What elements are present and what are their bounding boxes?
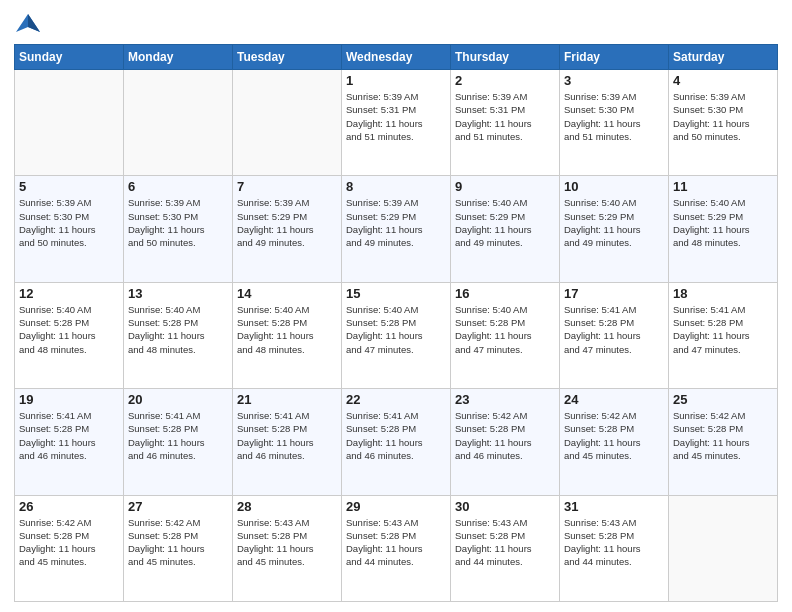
day-info: Sunrise: 5:39 AM Sunset: 5:29 PM Dayligh… [346,196,446,249]
day-info: Sunrise: 5:40 AM Sunset: 5:29 PM Dayligh… [673,196,773,249]
calendar-cell: 23Sunrise: 5:42 AM Sunset: 5:28 PM Dayli… [451,389,560,495]
weekday-header-tuesday: Tuesday [233,45,342,70]
calendar-cell: 13Sunrise: 5:40 AM Sunset: 5:28 PM Dayli… [124,282,233,388]
calendar-cell: 20Sunrise: 5:41 AM Sunset: 5:28 PM Dayli… [124,389,233,495]
calendar-cell: 6Sunrise: 5:39 AM Sunset: 5:30 PM Daylig… [124,176,233,282]
calendar-cell: 12Sunrise: 5:40 AM Sunset: 5:28 PM Dayli… [15,282,124,388]
svg-marker-1 [28,14,40,32]
day-number: 27 [128,499,228,514]
weekday-header-monday: Monday [124,45,233,70]
day-info: Sunrise: 5:40 AM Sunset: 5:29 PM Dayligh… [564,196,664,249]
day-info: Sunrise: 5:41 AM Sunset: 5:28 PM Dayligh… [128,409,228,462]
day-number: 5 [19,179,119,194]
calendar-cell: 9Sunrise: 5:40 AM Sunset: 5:29 PM Daylig… [451,176,560,282]
day-info: Sunrise: 5:43 AM Sunset: 5:28 PM Dayligh… [455,516,555,569]
weekday-header-friday: Friday [560,45,669,70]
day-info: Sunrise: 5:40 AM Sunset: 5:28 PM Dayligh… [128,303,228,356]
day-info: Sunrise: 5:39 AM Sunset: 5:29 PM Dayligh… [237,196,337,249]
calendar-table: SundayMondayTuesdayWednesdayThursdayFrid… [14,44,778,602]
calendar-cell: 1Sunrise: 5:39 AM Sunset: 5:31 PM Daylig… [342,70,451,176]
calendar-cell [124,70,233,176]
day-number: 2 [455,73,555,88]
calendar-cell: 18Sunrise: 5:41 AM Sunset: 5:28 PM Dayli… [669,282,778,388]
calendar-cell: 26Sunrise: 5:42 AM Sunset: 5:28 PM Dayli… [15,495,124,601]
day-number: 14 [237,286,337,301]
calendar-week-row: 19Sunrise: 5:41 AM Sunset: 5:28 PM Dayli… [15,389,778,495]
day-info: Sunrise: 5:43 AM Sunset: 5:28 PM Dayligh… [564,516,664,569]
day-number: 19 [19,392,119,407]
day-number: 4 [673,73,773,88]
logo [14,10,46,38]
day-number: 26 [19,499,119,514]
day-info: Sunrise: 5:40 AM Sunset: 5:28 PM Dayligh… [237,303,337,356]
day-info: Sunrise: 5:42 AM Sunset: 5:28 PM Dayligh… [564,409,664,462]
page: SundayMondayTuesdayWednesdayThursdayFrid… [0,0,792,612]
day-number: 7 [237,179,337,194]
calendar-cell: 10Sunrise: 5:40 AM Sunset: 5:29 PM Dayli… [560,176,669,282]
calendar-week-row: 5Sunrise: 5:39 AM Sunset: 5:30 PM Daylig… [15,176,778,282]
calendar-cell [669,495,778,601]
day-number: 18 [673,286,773,301]
day-info: Sunrise: 5:39 AM Sunset: 5:31 PM Dayligh… [455,90,555,143]
day-number: 8 [346,179,446,194]
calendar-cell [233,70,342,176]
day-info: Sunrise: 5:43 AM Sunset: 5:28 PM Dayligh… [237,516,337,569]
day-info: Sunrise: 5:42 AM Sunset: 5:28 PM Dayligh… [19,516,119,569]
day-info: Sunrise: 5:42 AM Sunset: 5:28 PM Dayligh… [128,516,228,569]
day-number: 31 [564,499,664,514]
day-number: 21 [237,392,337,407]
day-number: 11 [673,179,773,194]
calendar-cell: 4Sunrise: 5:39 AM Sunset: 5:30 PM Daylig… [669,70,778,176]
day-info: Sunrise: 5:40 AM Sunset: 5:28 PM Dayligh… [19,303,119,356]
day-number: 15 [346,286,446,301]
calendar-cell: 17Sunrise: 5:41 AM Sunset: 5:28 PM Dayli… [560,282,669,388]
day-info: Sunrise: 5:42 AM Sunset: 5:28 PM Dayligh… [455,409,555,462]
weekday-header-thursday: Thursday [451,45,560,70]
calendar-cell: 11Sunrise: 5:40 AM Sunset: 5:29 PM Dayli… [669,176,778,282]
day-number: 6 [128,179,228,194]
logo-icon [14,10,42,38]
calendar-week-row: 26Sunrise: 5:42 AM Sunset: 5:28 PM Dayli… [15,495,778,601]
calendar-cell: 29Sunrise: 5:43 AM Sunset: 5:28 PM Dayli… [342,495,451,601]
day-number: 17 [564,286,664,301]
day-number: 13 [128,286,228,301]
day-number: 23 [455,392,555,407]
calendar-cell: 27Sunrise: 5:42 AM Sunset: 5:28 PM Dayli… [124,495,233,601]
day-info: Sunrise: 5:39 AM Sunset: 5:30 PM Dayligh… [673,90,773,143]
day-number: 25 [673,392,773,407]
day-info: Sunrise: 5:41 AM Sunset: 5:28 PM Dayligh… [346,409,446,462]
calendar-cell: 5Sunrise: 5:39 AM Sunset: 5:30 PM Daylig… [15,176,124,282]
day-number: 9 [455,179,555,194]
weekday-header-row: SundayMondayTuesdayWednesdayThursdayFrid… [15,45,778,70]
weekday-header-wednesday: Wednesday [342,45,451,70]
day-number: 16 [455,286,555,301]
day-number: 10 [564,179,664,194]
day-number: 30 [455,499,555,514]
weekday-header-sunday: Sunday [15,45,124,70]
day-info: Sunrise: 5:39 AM Sunset: 5:30 PM Dayligh… [128,196,228,249]
calendar-cell: 22Sunrise: 5:41 AM Sunset: 5:28 PM Dayli… [342,389,451,495]
day-info: Sunrise: 5:43 AM Sunset: 5:28 PM Dayligh… [346,516,446,569]
day-number: 28 [237,499,337,514]
day-number: 3 [564,73,664,88]
calendar-cell: 2Sunrise: 5:39 AM Sunset: 5:31 PM Daylig… [451,70,560,176]
calendar-cell [15,70,124,176]
calendar-cell: 31Sunrise: 5:43 AM Sunset: 5:28 PM Dayli… [560,495,669,601]
day-info: Sunrise: 5:39 AM Sunset: 5:31 PM Dayligh… [346,90,446,143]
calendar-week-row: 12Sunrise: 5:40 AM Sunset: 5:28 PM Dayli… [15,282,778,388]
calendar-cell: 16Sunrise: 5:40 AM Sunset: 5:28 PM Dayli… [451,282,560,388]
calendar-cell: 19Sunrise: 5:41 AM Sunset: 5:28 PM Dayli… [15,389,124,495]
day-number: 1 [346,73,446,88]
day-info: Sunrise: 5:39 AM Sunset: 5:30 PM Dayligh… [564,90,664,143]
header [14,10,778,38]
calendar-cell: 14Sunrise: 5:40 AM Sunset: 5:28 PM Dayli… [233,282,342,388]
calendar-cell: 24Sunrise: 5:42 AM Sunset: 5:28 PM Dayli… [560,389,669,495]
day-info: Sunrise: 5:41 AM Sunset: 5:28 PM Dayligh… [237,409,337,462]
calendar-cell: 30Sunrise: 5:43 AM Sunset: 5:28 PM Dayli… [451,495,560,601]
day-info: Sunrise: 5:39 AM Sunset: 5:30 PM Dayligh… [19,196,119,249]
day-number: 20 [128,392,228,407]
calendar-cell: 21Sunrise: 5:41 AM Sunset: 5:28 PM Dayli… [233,389,342,495]
day-info: Sunrise: 5:42 AM Sunset: 5:28 PM Dayligh… [673,409,773,462]
calendar-cell: 25Sunrise: 5:42 AM Sunset: 5:28 PM Dayli… [669,389,778,495]
day-info: Sunrise: 5:41 AM Sunset: 5:28 PM Dayligh… [564,303,664,356]
